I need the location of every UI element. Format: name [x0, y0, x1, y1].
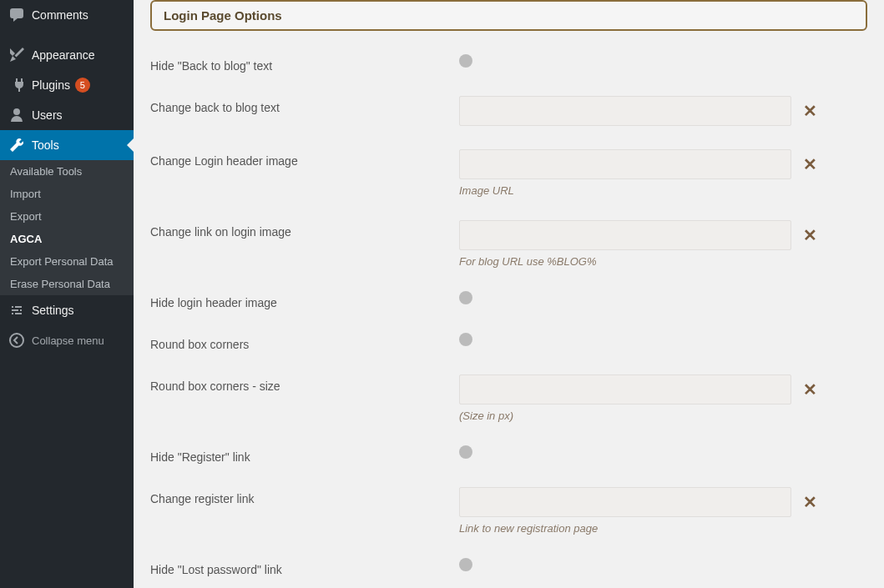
- submenu-export-personal-data[interactable]: Export Personal Data: [0, 250, 134, 273]
- plugins-icon: [8, 77, 25, 93]
- tools-submenu: Available Tools Import Export AGCA Expor…: [0, 160, 134, 295]
- submenu-import[interactable]: Import: [0, 183, 134, 205]
- svg-point-0: [10, 334, 23, 347]
- helper-text: Link to new registration page: [459, 522, 867, 535]
- sidebar-item-settings[interactable]: Settings: [0, 295, 134, 325]
- sidebar-item-label: Plugins: [32, 78, 70, 92]
- helper-text: Image URL: [459, 184, 867, 197]
- option-change-back-to-blog: Change back to blog text ✕: [150, 96, 867, 126]
- toggle-off-icon[interactable]: [459, 291, 472, 304]
- option-hide-lost-password: Hide "Lost password" link: [150, 558, 867, 576]
- option-label: Change link on login image: [150, 220, 459, 239]
- appearance-icon: [8, 47, 25, 63]
- option-label: Round box corners - size: [150, 374, 459, 393]
- collapse-label: Collapse menu: [32, 334, 104, 347]
- users-icon: [8, 107, 25, 123]
- change-header-image-input[interactable]: [459, 149, 791, 179]
- sidebar-item-label: Appearance: [32, 48, 95, 62]
- close-icon[interactable]: ✕: [801, 225, 818, 245]
- option-hide-login-header-image: Hide login header image: [150, 291, 867, 309]
- settings-icon: [8, 302, 25, 319]
- close-icon[interactable]: ✕: [801, 492, 818, 512]
- plugins-badge: 5: [75, 78, 90, 93]
- option-label: Hide "Register" link: [150, 445, 459, 464]
- close-icon[interactable]: ✕: [801, 379, 818, 400]
- option-label: Hide "Back to blog" text: [150, 54, 459, 73]
- option-change-header-image: Change Login header image ✕ Image URL: [150, 149, 867, 197]
- comments-icon: [8, 7, 25, 23]
- section-header: Login Page Options: [150, 0, 867, 31]
- option-label: Hide "Lost password" link: [150, 558, 459, 576]
- submenu-agca[interactable]: AGCA: [0, 228, 134, 250]
- sidebar-item-plugins[interactable]: Plugins 5: [0, 70, 134, 100]
- helper-text: (Size in px): [459, 410, 867, 422]
- sidebar-item-label: Users: [32, 108, 63, 122]
- option-change-register-link: Change register link ✕ Link to new regis…: [150, 487, 867, 535]
- option-hide-back-to-blog: Hide "Back to blog" text: [150, 54, 867, 73]
- change-link-login-image-input[interactable]: [459, 220, 791, 250]
- submenu-erase-personal-data[interactable]: Erase Personal Data: [0, 273, 134, 295]
- option-label: Round box corners: [150, 333, 459, 351]
- admin-sidebar: Comments Appearance Plugins 5 Users Tool…: [0, 0, 134, 588]
- option-round-box-corners-size: Round box corners - size ✕ (Size in px): [150, 374, 867, 422]
- close-icon[interactable]: ✕: [801, 101, 818, 121]
- option-label: Change register link: [150, 487, 459, 505]
- sidebar-item-label: Settings: [32, 304, 74, 317]
- toggle-off-icon[interactable]: [459, 445, 472, 459]
- round-box-size-input[interactable]: [459, 374, 791, 405]
- toggle-off-icon[interactable]: [459, 333, 472, 346]
- sidebar-item-label: Comments: [32, 8, 88, 22]
- sidebar-item-tools[interactable]: Tools: [0, 130, 134, 160]
- collapse-icon: [8, 332, 25, 349]
- sidebar-item-appearance[interactable]: Appearance: [0, 40, 134, 70]
- option-round-box-corners: Round box corners: [150, 333, 867, 351]
- sidebar-item-users[interactable]: Users: [0, 100, 134, 130]
- main-content: Login Page Options Hide "Back to blog" t…: [134, 0, 884, 588]
- change-back-to-blog-input[interactable]: [459, 96, 791, 126]
- toggle-off-icon[interactable]: [459, 558, 472, 571]
- sidebar-item-label: Tools: [32, 138, 59, 152]
- sidebar-item-comments[interactable]: Comments: [0, 0, 134, 30]
- change-register-link-input[interactable]: [459, 487, 791, 517]
- collapse-menu[interactable]: Collapse menu: [0, 325, 134, 355]
- tools-icon: [8, 137, 25, 153]
- option-label: Hide login header image: [150, 291, 459, 309]
- close-icon[interactable]: ✕: [801, 154, 818, 174]
- option-hide-register-link: Hide "Register" link: [150, 445, 867, 464]
- submenu-export[interactable]: Export: [0, 205, 134, 228]
- submenu-available-tools[interactable]: Available Tools: [0, 160, 134, 183]
- helper-text: For blog URL use %BLOG%: [459, 255, 867, 268]
- option-label: Change back to blog text: [150, 96, 459, 114]
- toggle-off-icon[interactable]: [459, 54, 472, 68]
- option-change-link-login-image: Change link on login image ✕ For blog UR…: [150, 220, 867, 268]
- option-label: Change Login header image: [150, 149, 459, 168]
